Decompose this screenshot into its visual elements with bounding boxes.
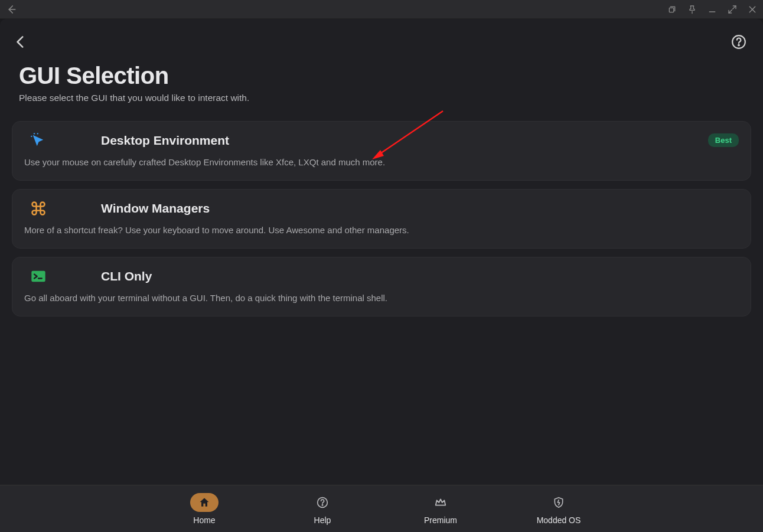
page-title: GUI Selection: [19, 63, 744, 89]
command-key-icon: [24, 200, 101, 217]
crown-icon: [426, 493, 455, 512]
nav-help[interactable]: Help: [299, 493, 346, 525]
option-window-managers[interactable]: Window Managers More of a shortcut freak…: [12, 189, 751, 249]
nav-label: Home: [193, 515, 215, 525]
cursor-click-icon: [24, 132, 101, 149]
option-description: Use your mouse on carefully crafted Desk…: [24, 156, 739, 168]
app-window: GUI Selection Please select the GUI that…: [0, 19, 763, 532]
shield-bolt-icon: [544, 493, 573, 512]
svg-point-8: [738, 45, 739, 46]
page-topbar: [0, 19, 763, 54]
option-list: Desktop Environment Best Use your mouse …: [0, 108, 763, 316]
svg-point-10: [31, 136, 32, 137]
option-title: Desktop Environment: [101, 133, 229, 148]
svg-point-11: [37, 133, 38, 134]
option-title: Window Managers: [101, 201, 210, 216]
page-header: GUI Selection Please select the GUI that…: [0, 54, 763, 108]
home-icon: [190, 493, 219, 512]
titlebar-restore-icon[interactable]: [667, 5, 677, 14]
bottom-nav: Home Help Premium Modded OS: [0, 485, 763, 532]
svg-line-3: [733, 6, 736, 9]
window-titlebar: [0, 0, 763, 19]
option-desktop-environment[interactable]: Desktop Environment Best Use your mouse …: [12, 121, 751, 181]
titlebar-maximize-icon[interactable]: [728, 5, 737, 14]
nav-label: Modded OS: [537, 515, 581, 525]
nav-label: Premium: [424, 515, 457, 525]
svg-line-4: [729, 9, 732, 12]
option-description: More of a shortcut freak? Use your keybo…: [24, 224, 739, 236]
svg-point-17: [322, 504, 322, 505]
titlebar-back-button[interactable]: [6, 4, 17, 15]
page-subtitle: Please select the GUI that you would lik…: [19, 93, 744, 103]
best-badge: Best: [708, 133, 739, 147]
help-circle-icon: [308, 493, 337, 512]
titlebar-minimize-icon[interactable]: [707, 5, 717, 14]
titlebar-pin-icon[interactable]: [687, 5, 697, 14]
nav-modded-os[interactable]: Modded OS: [535, 493, 582, 525]
nav-home[interactable]: Home: [181, 493, 228, 525]
nav-premium[interactable]: Premium: [417, 493, 464, 525]
svg-rect-1: [669, 8, 673, 12]
nav-label: Help: [314, 515, 331, 525]
option-description: Go all aboard with your terminal without…: [24, 292, 739, 304]
back-button[interactable]: [13, 34, 28, 52]
svg-rect-12: [31, 271, 45, 282]
terminal-icon: [24, 268, 101, 285]
option-cli-only[interactable]: CLI Only Go all aboard with your termina…: [12, 257, 751, 316]
option-title: CLI Only: [101, 269, 152, 283]
titlebar-close-icon[interactable]: [748, 5, 757, 14]
svg-point-9: [34, 133, 35, 134]
help-button[interactable]: [731, 34, 746, 52]
